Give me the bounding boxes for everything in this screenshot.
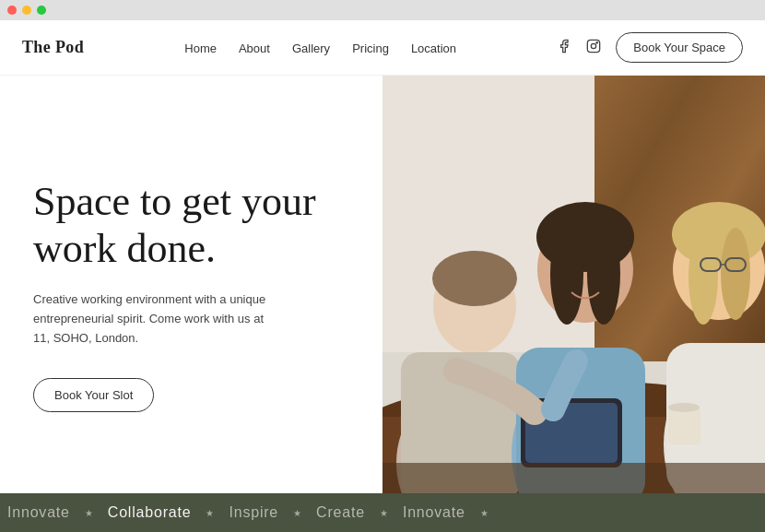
svg-point-22 [672, 202, 765, 266]
banner-item-innovate2: Innovate [395, 504, 473, 521]
nav-location[interactable]: Location [411, 41, 456, 55]
hero-title: Space to get your work done. [33, 179, 349, 272]
banner-star3: ★ [286, 508, 309, 518]
maximize-button[interactable] [37, 6, 46, 15]
banner-track: Innovate ★ Collaborate ★ Inspire ★ Creat… [0, 504, 496, 521]
svg-point-2 [596, 41, 597, 42]
nav-right: Book Your Space [557, 32, 743, 63]
nav-gallery[interactable]: Gallery [292, 41, 330, 55]
main-content: Space to get your work done. Creative wo… [0, 76, 765, 493]
hero-subtitle: Creative working environment with a uniq… [33, 290, 273, 348]
banner-item-inspire: Inspire [221, 504, 286, 521]
nav-pricing[interactable]: Pricing [352, 41, 389, 55]
navbar: The Pod Home About Gallery Pricing Locat… [0, 20, 765, 76]
nav-links: Home About Gallery Pricing Location [184, 40, 456, 56]
svg-point-24 [721, 228, 750, 320]
titlebar [0, 0, 765, 20]
close-button[interactable] [7, 6, 17, 15]
svg-point-17 [550, 223, 583, 325]
banner-item-collaborate: Collaborate [100, 504, 199, 521]
instagram-icon[interactable] [586, 39, 601, 57]
svg-point-18 [587, 223, 620, 325]
site-logo: The Pod [22, 38, 84, 57]
svg-point-12 [432, 251, 517, 306]
svg-rect-33 [382, 463, 765, 493]
banner-star1: ★ [77, 508, 100, 518]
facebook-icon[interactable] [557, 39, 571, 57]
bottom-banner: Innovate ★ Collaborate ★ Inspire ★ Creat… [0, 493, 765, 532]
minimize-button[interactable] [22, 6, 31, 15]
banner-item-innovate1: Innovate [0, 504, 77, 521]
hero-left: Space to get your work done. Creative wo… [0, 76, 382, 493]
svg-point-23 [688, 229, 718, 325]
banner-star4: ★ [372, 508, 395, 518]
nav-about[interactable]: About [239, 41, 270, 55]
svg-point-1 [592, 43, 596, 48]
hero-image [382, 76, 765, 493]
svg-rect-0 [588, 40, 600, 52]
book-space-button[interactable]: Book Your Space [616, 32, 743, 63]
nav-home[interactable]: Home [184, 41, 217, 55]
book-slot-button[interactable]: Book Your Slot [33, 378, 154, 412]
banner-star2: ★ [198, 508, 221, 518]
banner-item-create: Create [309, 504, 372, 521]
banner-star5: ★ [473, 508, 496, 518]
svg-point-32 [668, 403, 700, 412]
svg-rect-31 [668, 408, 700, 444]
hero-photo [382, 76, 765, 493]
